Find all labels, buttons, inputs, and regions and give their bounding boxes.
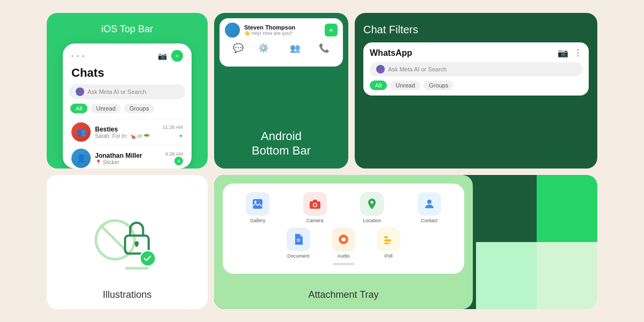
attachment-tray-card: Gallery Camera Location: [214, 175, 473, 309]
phone-dots: • • •: [71, 53, 85, 59]
chat-filter-pills: All Unread Groups: [370, 80, 582, 90]
poll-icon-wrapper: [377, 228, 400, 251]
meta-ai-icon: [76, 87, 84, 96]
android-contact-status: 👋 Hey! How are you?: [244, 31, 295, 36]
audio-icon-wrapper: [332, 228, 355, 251]
more-options-icon[interactable]: ⋮: [574, 48, 582, 58]
location-label: Location: [363, 218, 381, 223]
swatch-dark-green: [476, 175, 537, 242]
document-label: Document: [287, 253, 309, 259]
filters-header: WhatsApp 📷 ⋮: [370, 48, 582, 58]
attachment-document[interactable]: Document: [287, 228, 310, 259]
chat-item-besties[interactable]: 👥 Besties Sarah: For tn: 🍗 or 🥗 11:26 AM…: [69, 119, 185, 145]
chat-info-jonathan: Jonathan Miller 📍 Sticker: [95, 152, 161, 165]
chat-filters-card: Chat Filters WhatsApp 📷 ⋮ Ask Meta AI or…: [355, 13, 597, 169]
filters-search-placeholder: Ask Meta AI or Search: [388, 66, 447, 72]
filter-unread-pill[interactable]: Unread: [390, 80, 420, 90]
communities-nav-icon: 👥: [290, 43, 301, 53]
filter-groups-pill[interactable]: Groups: [423, 80, 453, 90]
compose-icon[interactable]: +: [171, 50, 183, 62]
poll-label: Poll: [384, 253, 392, 259]
svg-rect-11: [135, 243, 138, 246]
contact-label: Contact: [421, 218, 437, 223]
attachment-grid-row2: Document Audio Poll: [231, 228, 456, 259]
filter-pills: All Unread Groups: [69, 104, 185, 113]
communities-nav-label: Communities: [283, 54, 308, 59]
svg-point-18: [313, 204, 316, 207]
attachment-card-label: Attachment Tray: [308, 289, 378, 301]
swatch-medium-green: [537, 175, 597, 242]
colors-swatches: [476, 175, 597, 309]
calls-nav-icon: 📞: [319, 43, 330, 53]
ios-top-bar-card: iOS Top Bar • • • 📷 + Chats Ask Meta AI …: [47, 13, 208, 169]
chat-preview-jonathan: 📍 Sticker: [95, 159, 161, 165]
svg-rect-25: [384, 239, 391, 241]
attachment-camera[interactable]: Camera: [289, 192, 342, 223]
nav-calls[interactable]: 📞 Calls: [319, 43, 330, 59]
chats-title: Chats: [69, 66, 185, 80]
chat-name-besties: Besties: [95, 126, 158, 133]
avatar-jonathan: 👤: [71, 149, 91, 168]
chats-nav-label: Chats: [233, 54, 244, 59]
filter-groups[interactable]: Groups: [124, 104, 154, 113]
svg-point-21: [427, 200, 431, 204]
attachment-contact[interactable]: Contact: [403, 192, 456, 223]
filters-search-bar[interactable]: Ask Meta AI or Search: [370, 62, 582, 76]
svg-rect-13: [125, 267, 149, 269]
chats-nav-icon: 💬: [233, 43, 244, 53]
attachment-location[interactable]: Location: [346, 192, 399, 223]
android-phone-top: Steven Thompson 👋 Hey! How are you? + 💬 …: [219, 18, 343, 67]
search-placeholder: Ask Meta AI or Search: [87, 89, 146, 95]
nav-communities[interactable]: 👥 Communities: [283, 43, 308, 59]
camera-icon-wrapper: [303, 192, 327, 216]
phone-status-bar: • • • 📷 +: [69, 50, 185, 62]
filters-card-label: Chat Filters: [363, 24, 418, 36]
svg-rect-24: [384, 236, 388, 238]
updates-nav-label: Updates: [255, 54, 272, 59]
chat-item-jonathan[interactable]: 👤 Jonathan Miller 📍 Sticker 9:28 AM 4: [69, 145, 185, 169]
camera-icon: 📷: [158, 52, 167, 60]
android-bottom-bar-card: Steven Thompson 👋 Hey! How are you? + 💬 …: [214, 13, 348, 169]
ios-phone-mockup: • • • 📷 + Chats Ask Meta AI or Search Al…: [63, 43, 192, 169]
contact-icon-wrapper: [418, 192, 441, 216]
filter-unread[interactable]: Unread: [91, 104, 121, 113]
illustrations-card-label: Illustrations: [103, 289, 151, 301]
swatch-lightest-green: [537, 242, 597, 309]
calls-nav-label: Calls: [319, 54, 329, 59]
drag-handle: [333, 263, 354, 265]
filters-action-icons: 📷 ⋮: [558, 48, 582, 58]
android-contact-name: Steven Thompson: [244, 24, 295, 31]
updates-nav-icon: ⚙️: [258, 43, 269, 53]
android-card-label: AndroidBottom Bar: [252, 124, 311, 163]
ios-card-label: iOS Top Bar: [101, 24, 153, 35]
location-icon-wrapper: [360, 192, 384, 216]
android-contact-info: Steven Thompson 👋 Hey! How are you?: [244, 24, 295, 36]
svg-point-15: [254, 201, 257, 203]
lock-illustration: [55, 186, 199, 289]
filter-all-pill[interactable]: All: [370, 80, 387, 90]
filter-all[interactable]: All: [70, 104, 87, 113]
chat-preview-besties: Sarah: For tn: 🍗 or 🥗: [95, 133, 158, 139]
svg-rect-26: [384, 243, 390, 244]
avatar-besties: 👥: [71, 122, 91, 142]
chat-info-besties: Besties Sarah: For tn: 🍗 or 🥗: [95, 126, 158, 139]
svg-point-20: [371, 201, 374, 204]
chat-time-besties: 11:26 AM: [163, 125, 183, 130]
svg-rect-14: [253, 199, 262, 209]
camera-label: Camera: [306, 218, 324, 223]
attachment-gallery[interactable]: Gallery: [231, 192, 284, 223]
search-bar[interactable]: Ask Meta AI or Search: [69, 84, 185, 99]
attachment-poll[interactable]: Poll: [377, 228, 400, 259]
whatsapp-title: WhatsApp: [370, 48, 412, 58]
illustrations-card: Illustrations: [47, 175, 208, 309]
camera-filter-icon[interactable]: 📷: [558, 48, 568, 58]
android-bottom-nav: 💬 Chats ⚙️ Updates 👥 Communities 📞 Calls: [225, 40, 338, 62]
chat-time-jonathan: 9:28 AM: [165, 151, 183, 157]
svg-rect-19: [313, 200, 317, 202]
nav-chats[interactable]: 💬 Chats: [233, 43, 244, 59]
android-fab-button[interactable]: +: [325, 24, 338, 36]
attachment-audio[interactable]: Audio: [332, 228, 355, 259]
gallery-icon-wrapper: [246, 192, 269, 216]
nav-updates[interactable]: ⚙️ Updates: [255, 43, 272, 59]
chat-checkmark: ★: [179, 133, 183, 138]
